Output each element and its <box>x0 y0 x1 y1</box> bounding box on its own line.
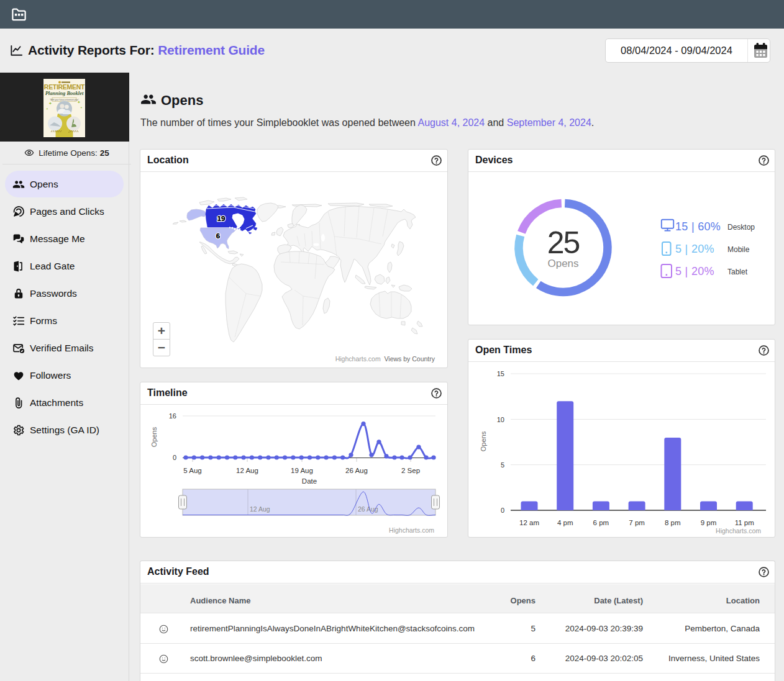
svg-text:11 pm: 11 pm <box>735 519 754 526</box>
svg-text:12 Aug: 12 Aug <box>250 505 270 513</box>
svg-text:16: 16 <box>169 412 176 420</box>
svg-text:0: 0 <box>501 507 504 514</box>
svg-text:10: 10 <box>497 416 504 423</box>
svg-text:6: 6 <box>216 232 220 240</box>
svg-text:8 pm: 8 pm <box>665 519 681 526</box>
svg-text:✦: ✦ <box>46 107 48 110</box>
svg-text:5: 5 <box>501 461 504 469</box>
svg-text:✦: ✦ <box>77 100 81 104</box>
svg-text:7 pm: 7 pm <box>629 519 645 526</box>
svg-text:0: 0 <box>173 454 176 461</box>
svg-text:19: 19 <box>217 215 226 222</box>
svg-text:26 Aug: 26 Aug <box>345 467 368 474</box>
svg-text:15: 15 <box>497 370 504 377</box>
svg-text:Planning Booklet: Planning Booklet <box>45 90 84 96</box>
svg-text:2 Sep: 2 Sep <box>401 467 420 474</box>
svg-text:12 am: 12 am <box>519 519 539 526</box>
svg-text:4 pm: 4 pm <box>557 519 573 526</box>
svg-text:9 pm: 9 pm <box>701 519 717 526</box>
svg-text:Date: Date <box>302 477 317 485</box>
svg-text:12 Aug: 12 Aug <box>236 467 258 474</box>
svg-text:19 Aug: 19 Aug <box>291 467 313 474</box>
svg-text:Opens: Opens <box>480 431 487 451</box>
svg-text:5 Aug: 5 Aug <box>183 467 201 474</box>
svg-text:✦: ✦ <box>48 101 52 106</box>
svg-text:Opens: Opens <box>150 426 158 447</box>
svg-text:✦: ✦ <box>80 106 83 109</box>
svg-text:"With your future retirement p: "With your future retirement plan" <box>50 99 79 101</box>
svg-text:6 pm: 6 pm <box>593 519 609 526</box>
